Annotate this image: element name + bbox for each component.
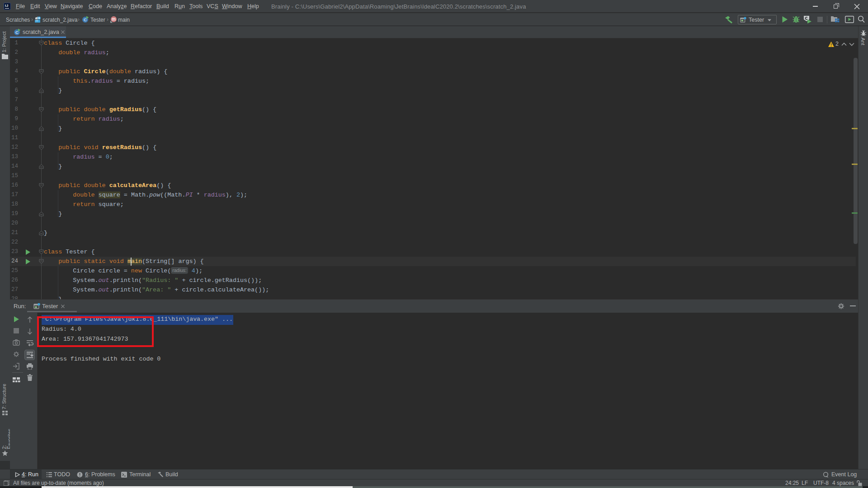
svg-text:m: m xyxy=(112,17,116,22)
